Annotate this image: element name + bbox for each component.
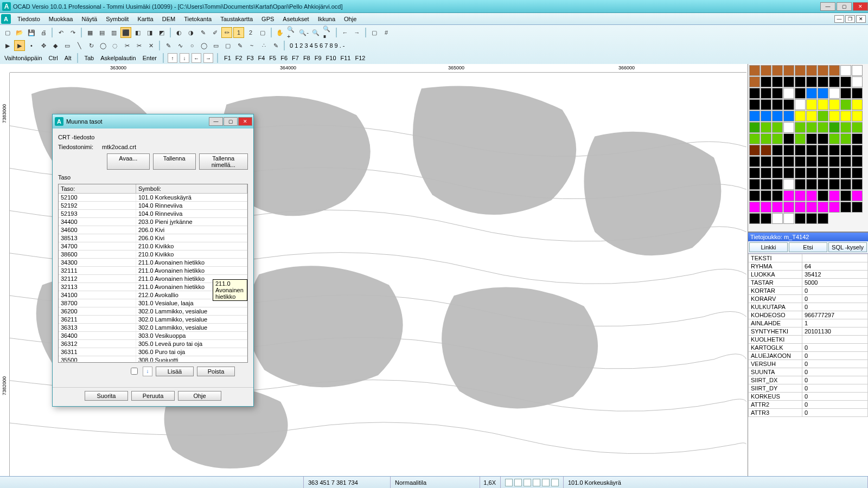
symbol-cell[interactable]: [783, 145, 794, 156]
symbol-cell[interactable]: [806, 190, 817, 201]
db-row[interactable]: KUOLHETKI: [749, 336, 868, 344]
symbol-cell[interactable]: [829, 133, 840, 144]
cut-icon[interactable]: ✂: [122, 40, 132, 51]
symbol-cell[interactable]: [761, 111, 771, 121]
symbol-cell[interactable]: [818, 111, 828, 121]
grid-row[interactable]: 52100101.0 Korkeuskäyrä: [59, 194, 247, 202]
db-row[interactable]: AINLAHDE1: [749, 319, 868, 328]
symbol-cell[interactable]: [783, 202, 794, 213]
cancel-button[interactable]: Peruuta: [131, 391, 175, 401]
symbol-cell[interactable]: [749, 179, 760, 190]
menu-symbolit[interactable]: Symbolit: [101, 15, 133, 23]
menu-nayta[interactable]: Näytä: [77, 15, 101, 23]
symbol-cell[interactable]: [840, 133, 851, 144]
symbol-cell[interactable]: [783, 88, 794, 99]
symbol-cell[interactable]: [783, 122, 794, 133]
db-sql-button[interactable]: SQL -kysely: [828, 242, 867, 252]
symbol-cell[interactable]: [761, 65, 771, 76]
symbol-cell[interactable]: [795, 88, 806, 99]
symbol-cell[interactable]: [749, 122, 760, 133]
symbol-cell[interactable]: [806, 145, 817, 156]
grid-row[interactable]: 36211302.0 Lammikko, vesialue: [59, 316, 247, 324]
symbol-cell[interactable]: [818, 156, 828, 167]
symbol-cell[interactable]: [749, 202, 760, 213]
symbol-cell[interactable]: [795, 65, 806, 76]
draw-i-icon[interactable]: ∴: [258, 40, 269, 51]
symbol-cell[interactable]: [783, 190, 794, 201]
draw-j-icon[interactable]: ✎: [270, 40, 281, 51]
grid-row[interactable]: 34100212.0 Avokallio: [59, 291, 247, 299]
grid-row[interactable]: 52192104.0 Rinneviiva: [59, 202, 247, 210]
symbol-cell[interactable]: [840, 145, 851, 156]
symbol-cell[interactable]: [818, 213, 828, 224]
grid-row[interactable]: 36312305.0 Leveä puro tai oja: [59, 340, 247, 348]
minimize-button[interactable]: —: [820, 2, 835, 11]
db-value[interactable]: 0: [802, 368, 868, 376]
mdi-restore[interactable]: ❐: [845, 15, 855, 23]
symbol-cell[interactable]: [806, 168, 817, 178]
db-value[interactable]: [802, 254, 868, 262]
gridshow-icon[interactable]: #: [381, 27, 392, 38]
play-icon[interactable]: ▶: [2, 40, 13, 51]
db-value[interactable]: 966777297: [802, 311, 868, 319]
symbol-cell[interactable]: [749, 145, 760, 156]
symbol-cell[interactable]: [783, 156, 794, 167]
save-icon[interactable]: 💾: [26, 27, 37, 38]
grid-row[interactable]: 34600206.0 Kivi: [59, 226, 247, 234]
db-row[interactable]: LUOKKA35412: [749, 271, 868, 279]
symbol-cell[interactable]: [749, 213, 760, 224]
symbol-cell[interactable]: [829, 65, 840, 76]
symbol-cell[interactable]: [818, 145, 828, 156]
symbol-cell[interactable]: [761, 190, 771, 201]
symbol-cell[interactable]: [783, 65, 794, 76]
zoom-out-icon[interactable]: 🔍-: [298, 27, 309, 38]
db-value[interactable]: 0: [802, 360, 868, 368]
db-row[interactable]: TASTAR5000: [749, 279, 868, 287]
symbol-cell[interactable]: [772, 202, 783, 213]
dialog-maximize[interactable]: ▢: [224, 117, 238, 126]
symbol-cell[interactable]: [783, 179, 794, 190]
symbol-cell[interactable]: [818, 168, 828, 178]
draw-b-icon[interactable]: ∿: [175, 40, 186, 51]
add-button[interactable]: Lisää: [156, 367, 194, 376]
symbol-cell[interactable]: [772, 190, 783, 201]
symbol-cell[interactable]: [852, 65, 863, 76]
symbol-cell[interactable]: [772, 76, 783, 87]
symbol-cell[interactable]: [772, 145, 783, 156]
symbol-cell[interactable]: [818, 190, 828, 201]
symbol-cell[interactable]: [772, 213, 783, 224]
symbol-cell[interactable]: [840, 190, 851, 201]
symbol-cell[interactable]: [806, 202, 817, 213]
zoom-extent-icon[interactable]: 🔍∎: [322, 27, 333, 38]
db-row[interactable]: RYHMA64: [749, 262, 868, 271]
symbol-cell[interactable]: [852, 99, 863, 110]
symbol-cell[interactable]: [806, 99, 817, 110]
grid-row[interactable]: 36400303.0 Vesikuoppa: [59, 332, 247, 340]
symbol-cell[interactable]: [806, 111, 817, 121]
symbol-cell[interactable]: [772, 65, 783, 76]
menu-kartta[interactable]: Kartta: [133, 15, 157, 23]
symbol-cell[interactable]: [840, 179, 851, 190]
menu-asetukset[interactable]: Asetukset: [278, 15, 313, 23]
grid-icon[interactable]: ▤: [97, 27, 107, 38]
menu-gps[interactable]: GPS: [257, 15, 278, 23]
open-button[interactable]: Avaa...: [107, 153, 150, 170]
select-icon[interactable]: ▶: [14, 40, 25, 51]
menu-ohje[interactable]: Ohje: [340, 15, 361, 23]
arrow-down[interactable]: ↓: [180, 53, 189, 63]
line-icon[interactable]: ╲: [74, 40, 85, 51]
save-button[interactable]: Tallenna: [153, 153, 196, 170]
symbol-cell[interactable]: [761, 202, 771, 213]
symbol-cell[interactable]: [840, 168, 851, 178]
symbol-cell[interactable]: [783, 111, 794, 121]
draw-f-icon[interactable]: ▢: [222, 40, 233, 51]
symbol-cell[interactable]: [772, 99, 783, 110]
symbol-cell[interactable]: [761, 122, 771, 133]
symbol-cell[interactable]: [749, 99, 760, 110]
draw-g-icon[interactable]: ✎: [234, 40, 245, 51]
symbol-cell[interactable]: [749, 133, 760, 144]
symbol-cell[interactable]: [795, 145, 806, 156]
symbol-cell[interactable]: [852, 179, 863, 190]
db-row[interactable]: KARTOGLK0: [749, 344, 868, 352]
grid-row[interactable]: 34300211.0 Avonainen hietikko: [59, 259, 247, 267]
